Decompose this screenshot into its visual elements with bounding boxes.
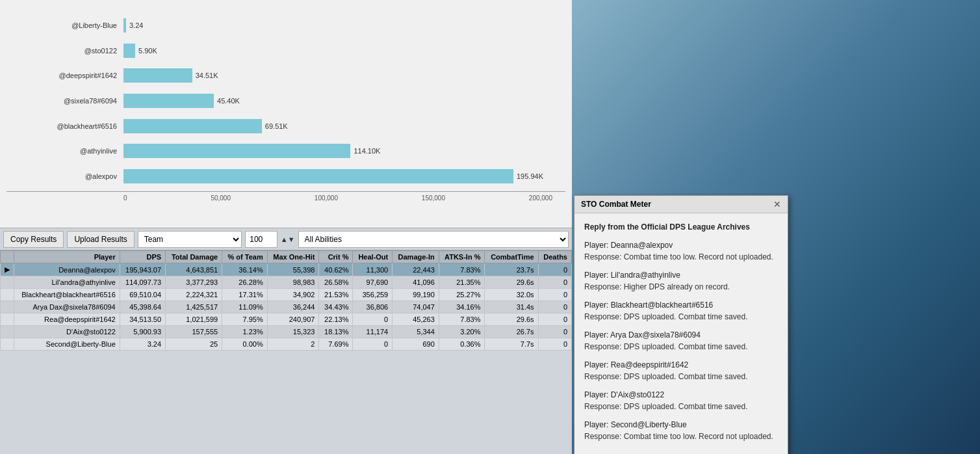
modal-entry: Player: Lil'andra@athyinliveResponse: Hi… xyxy=(584,269,778,293)
modal-response: Response: Combat time too low. Record no… xyxy=(584,251,778,263)
modal-entry: Player: D'Aix@sto0122Response: DPS uploa… xyxy=(584,389,778,412)
modal-player: Player: D'Aix@sto0122 xyxy=(584,389,778,401)
modal-entry: Player: Deanna@alexpovResponse: Combat t… xyxy=(584,239,778,263)
modal-header: Reply from the Official DPS League Archi… xyxy=(584,221,778,233)
modal-titlebar: STO Combat Meter ✕ xyxy=(574,196,788,213)
modal-entry: Player: Rea@deepspirit#1642Response: DPS… xyxy=(584,359,778,382)
modal-dialog: STO Combat Meter ✕ Reply from the Offici… xyxy=(574,195,788,454)
modal-title: STO Combat Meter xyxy=(581,200,651,209)
modal-response: Response: Combat time too low. Record no… xyxy=(584,431,778,442)
modal-entry: Player: Blackheart@blackheart#6516Respon… xyxy=(584,299,778,323)
modal-entries: Player: Deanna@alexpovResponse: Combat t… xyxy=(584,239,778,442)
modal-player: Player: Blackheart@blackheart#6516 xyxy=(584,299,778,311)
modal-response: Response: DPS uploaded. Combat time save… xyxy=(584,371,778,382)
modal-player: Player: Deanna@alexpov xyxy=(584,239,778,251)
modal-response: Response: Higher DPS already on record. xyxy=(584,281,778,293)
modal-player: Player: Lil'andra@athyinlive xyxy=(584,269,778,281)
modal-player: Player: Rea@deepspirit#1642 xyxy=(584,359,778,371)
modal-close-button[interactable]: ✕ xyxy=(773,199,781,209)
modal-entry: Player: Second@Liberty-BlueResponse: Com… xyxy=(584,419,778,442)
modal-response: Response: DPS uploaded. Combat time save… xyxy=(584,401,778,412)
modal-overlay: STO Combat Meter ✕ Reply from the Offici… xyxy=(0,0,980,454)
modal-response: Response: DPS uploaded. Combat time save… xyxy=(584,341,778,353)
modal-body: Reply from the Official DPS League Archi… xyxy=(574,213,788,454)
modal-player: Player: Arya Dax@sixela78#6094 xyxy=(584,329,778,341)
modal-entry: Player: Arya Dax@sixela78#6094Response: … xyxy=(584,329,778,353)
modal-response: Response: DPS uploaded. Combat time save… xyxy=(584,311,778,323)
modal-player: Player: Second@Liberty-Blue xyxy=(584,419,778,431)
